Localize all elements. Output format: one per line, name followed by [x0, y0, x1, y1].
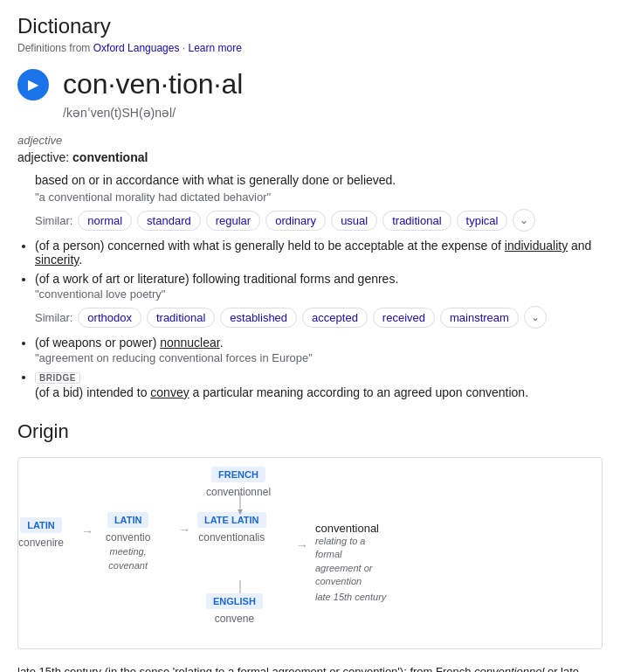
- etym-french-word: conventionnel: [206, 486, 271, 498]
- word-header: ▶ con·ven·tion·al: [17, 68, 603, 100]
- tag-regular[interactable]: regular: [206, 211, 260, 231]
- tag-normal[interactable]: normal: [78, 211, 132, 231]
- source-prefix: Definitions from: [17, 42, 90, 54]
- etym-late-latin-word: conventionalis: [197, 531, 266, 544]
- sense-5-text: (of a bid) intended to convey a particul…: [35, 385, 603, 399]
- similar-label-1: Similar:: [35, 214, 72, 227]
- etym-late-latin: LATE LATIN conventionalis: [197, 512, 266, 544]
- etym-late-latin-label: LATE LATIN: [197, 512, 266, 528]
- sense-3: (of a work of art or literature) followi…: [35, 272, 603, 329]
- oxford-languages-link[interactable]: Oxford Languages: [93, 42, 180, 54]
- tag-mainstream[interactable]: mainstream: [440, 308, 519, 328]
- expand-similar-1[interactable]: ⌄: [513, 209, 535, 232]
- sense-4-text: (of weapons or power) nonnuclear.: [35, 336, 603, 350]
- etym-french: FRENCH conventionnel: [206, 467, 271, 498]
- def-header-label: adjective:: [17, 150, 69, 164]
- definition-header: adjective: conventional: [17, 150, 603, 164]
- tag-received[interactable]: received: [373, 308, 435, 328]
- speaker-button[interactable]: ▶: [17, 69, 49, 100]
- sense-1-example: "a conventional morality had dictated be…: [35, 191, 603, 204]
- tag-usual[interactable]: usual: [331, 211, 377, 231]
- etym-english-label: ENGLISH: [206, 593, 263, 609]
- etym-french-label: FRENCH: [211, 467, 265, 482]
- sense-1-text: based on or in accordance with what is g…: [35, 173, 603, 187]
- sense-5: BRIDGE (of a bid) intended to convey a p…: [35, 370, 603, 399]
- sincerity-link[interactable]: sincerity: [35, 253, 79, 267]
- etym-latin2-label: LATIN: [107, 512, 149, 528]
- sense-3-text: (of a work of art or literature) followi…: [35, 272, 603, 286]
- sense-4-example: "agreement on reducing conventional forc…: [35, 351, 603, 364]
- word-display: con·ven·tion·al: [63, 68, 243, 100]
- etym-latin1-word: convenire: [18, 537, 64, 549]
- bridge-tag: BRIDGE: [35, 372, 80, 384]
- etym-english: ENGLISH convene: [206, 593, 263, 625]
- arrow-3: →: [296, 538, 308, 552]
- expand-similar-3[interactable]: ⌄: [524, 306, 547, 329]
- etym-latin1: LATIN convenire: [18, 517, 64, 549]
- sense-1-similar-row: Similar: normal standard regular ordinar…: [35, 209, 603, 232]
- page-title: Dictionary: [17, 14, 603, 38]
- bullet-definitions: (of a person) concerned with what is gen…: [35, 239, 603, 399]
- arrow-1: →: [81, 524, 93, 538]
- part-of-speech-italic: adjective: [17, 134, 603, 147]
- sense-1: based on or in accordance with what is g…: [35, 173, 603, 232]
- etymology-text: late 15th century (in the sense 'relatin…: [17, 663, 603, 672]
- tag-standard[interactable]: standard: [137, 211, 201, 231]
- etym-result: conventional relating to aformalagreemen…: [315, 521, 437, 603]
- tag-established[interactable]: established: [220, 308, 297, 328]
- def-header-word: conventional: [72, 150, 148, 164]
- etymology-diagram: FRENCH conventionnel LATIN convenire → L…: [17, 457, 603, 649]
- etym-english-word: convene: [206, 613, 263, 625]
- etym-latin2: LATIN conventio meeting,covenant: [106, 512, 150, 572]
- etym-latin2-word: conventio: [106, 531, 150, 544]
- etym-latin1-label: LATIN: [20, 517, 62, 533]
- tag-ordinary[interactable]: ordinary: [265, 211, 326, 231]
- origin-title: Origin: [17, 420, 603, 443]
- tag-accepted[interactable]: accepted: [302, 308, 368, 328]
- nonnuclear-link[interactable]: nonnuclear: [160, 336, 220, 350]
- tag-traditional[interactable]: traditional: [382, 211, 451, 231]
- convey-link[interactable]: convey: [150, 385, 189, 399]
- source-line: Definitions from Oxford Languages · Lear…: [17, 42, 603, 54]
- sense-3-example: "conventional love poetry": [35, 288, 603, 301]
- sense-2-text: (of a person) concerned with what is gen…: [35, 239, 603, 267]
- learn-more-link[interactable]: Learn more: [188, 42, 241, 54]
- arrow-2: →: [178, 523, 190, 537]
- tag-traditional-2[interactable]: traditional: [147, 308, 215, 328]
- tag-orthodox[interactable]: orthodox: [78, 308, 141, 328]
- sense-3-similar-row: Similar: orthodox traditional establishe…: [35, 306, 603, 329]
- similar-label-3: Similar:: [35, 311, 72, 324]
- sense-2: (of a person) concerned with what is gen…: [35, 239, 603, 267]
- etym-latin2-desc: meeting,covenant: [108, 546, 148, 571]
- speaker-icon: ▶: [28, 76, 38, 93]
- phonetic: /kənˈven(t)SH(ə)nəl/: [63, 106, 603, 120]
- sense-4: (of weapons or power) nonnuclear. "agree…: [35, 336, 603, 364]
- individuality-link[interactable]: individuality: [505, 239, 568, 253]
- tag-typical[interactable]: typical: [457, 211, 508, 231]
